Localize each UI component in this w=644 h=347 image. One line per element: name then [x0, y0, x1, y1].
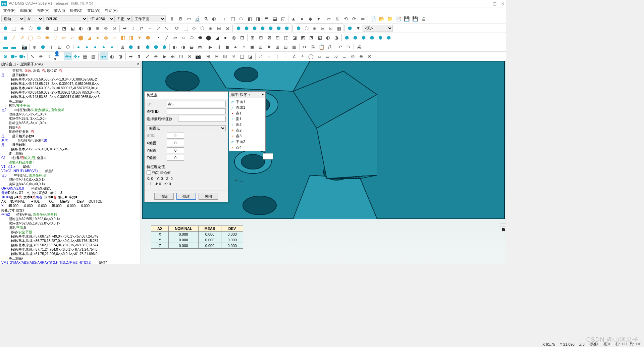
tool-icon[interactable]: ◑: [179, 43, 187, 51]
feature-item[interactable]: ○圆1: [230, 116, 265, 122]
mode-select[interactable]: 启动: [1, 15, 25, 22]
clear-button[interactable]: 清除: [154, 193, 174, 200]
rect-icon[interactable]: ▬: [10, 43, 18, 51]
cube-icon[interactable]: ⬢: [294, 24, 303, 32]
save-icon[interactable]: 💾: [402, 15, 411, 23]
tool-icon[interactable]: ⬡: [64, 43, 72, 51]
tool-icon[interactable]: ⬓: [271, 15, 279, 23]
tool-icon[interactable]: ⊡: [274, 34, 282, 42]
tool-icon[interactable]: ⊠: [221, 52, 229, 60]
tool-icon[interactable]: ⤢: [144, 52, 152, 60]
sphere-icon[interactable]: ●: [91, 43, 99, 51]
minimize-button[interactable]: —: [484, 1, 488, 6]
tool-icon[interactable]: ◫: [282, 34, 290, 42]
cube-icon[interactable]: ⬢: [376, 34, 384, 42]
print-icon[interactable]: 🖨: [355, 43, 363, 51]
file-new-icon[interactable]: 📄: [369, 15, 377, 23]
menu-edit[interactable]: 编辑(E): [18, 7, 35, 14]
tool-icon[interactable]: ⊟: [257, 34, 265, 42]
tool-icon[interactable]: ◐: [108, 52, 116, 60]
tool-icon[interactable]: ◫: [47, 43, 55, 51]
cube-icon[interactable]: ⬢: [152, 43, 160, 51]
line-icon[interactable]: ╱: [163, 34, 171, 42]
tool-icon[interactable]: ⬌: [127, 52, 135, 60]
round-slot-icon[interactable]: ⬯: [52, 34, 60, 42]
tool-icon[interactable]: ✂: [325, 15, 333, 23]
tool-icon[interactable]: ◫: [52, 24, 60, 32]
tool-icon[interactable]: ●: [298, 15, 306, 23]
sphere-icon[interactable]: ●: [94, 34, 102, 42]
a-select[interactable]: A1: [25, 15, 44, 22]
tool-icon[interactable]: ◑: [85, 24, 93, 32]
tool-icon[interactable]: ▦: [81, 52, 89, 60]
tool-icon[interactable]: ⚗: [202, 15, 210, 23]
tool-icon[interactable]: ⊠: [223, 24, 231, 32]
tool-icon[interactable]: ▭: [185, 15, 193, 23]
sphere-icon[interactable]: ●: [83, 43, 91, 51]
cylinder-icon[interactable]: ⬤: [77, 34, 85, 42]
sphere-icon[interactable]: ●: [74, 43, 83, 51]
tool-icon[interactable]: ⊞: [118, 43, 126, 51]
tool-icon[interactable]: ⊟: [319, 24, 327, 32]
play-icon[interactable]: ▶: [206, 43, 214, 51]
tool-icon[interactable]: ⬌: [121, 24, 129, 32]
slot-icon[interactable]: ⬭: [188, 34, 196, 42]
sphere-icon[interactable]: ●: [221, 34, 229, 42]
tool-icon[interactable]: ⊞: [249, 34, 257, 42]
tool-icon[interactable]: ⤢: [154, 24, 162, 32]
torus-icon[interactable]: ◎: [102, 34, 110, 42]
tool-icon[interactable]: ○: [240, 43, 248, 51]
tool-icon[interactable]: ⊠: [290, 43, 298, 51]
tool-icon[interactable]: ⬕: [68, 24, 76, 32]
tool-icon[interactable]: ⬍: [135, 52, 143, 60]
cylinder-icon[interactable]: ⬤: [205, 34, 213, 42]
cube-icon[interactable]: ⬢: [360, 34, 368, 42]
cube-icon[interactable]: ⬢: [160, 43, 168, 51]
tool-icon[interactable]: ⌯: [340, 52, 348, 60]
feature-item[interactable]: •点1: [230, 110, 265, 116]
tool-icon[interactable]: ⬒: [262, 15, 270, 23]
arrow-icon[interactable]: ↗: [18, 34, 26, 42]
tool-icon[interactable]: ⬚: [10, 24, 18, 32]
copy-icon[interactable]: ⎘: [309, 43, 317, 51]
pause-icon[interactable]: ⏸: [215, 43, 223, 51]
tool-icon[interactable]: ▦: [335, 24, 343, 32]
tool-icon[interactable]: ⤡: [29, 52, 37, 60]
tool-icon[interactable]: ◐: [77, 24, 85, 32]
tool-icon[interactable]: ⏥: [324, 52, 332, 60]
cube-icon[interactable]: ⬢: [283, 24, 291, 32]
menu-file[interactable]: 文件(F): [1, 7, 17, 14]
tool-icon[interactable]: ◒: [187, 43, 196, 51]
close-dialog-button[interactable]: 关闭: [199, 193, 218, 200]
tool-icon[interactable]: ∥: [273, 52, 281, 60]
tool-icon[interactable]: ⟂: [282, 52, 290, 60]
tool-icon[interactable]: ⊡: [327, 24, 335, 32]
cube-icon[interactable]: ⬢: [343, 34, 351, 42]
cube-icon[interactable]: ⬢: [351, 34, 359, 42]
last-feat-input[interactable]: [178, 116, 226, 122]
cut-icon[interactable]: ✂: [301, 43, 309, 51]
cube-icon[interactable]: ⬢: [234, 24, 243, 32]
tool-icon[interactable]: ⌓: [315, 52, 323, 60]
tool-icon[interactable]: ⊗: [366, 52, 374, 60]
tool-icon[interactable]: ↕: [129, 24, 137, 32]
tool-icon[interactable]: ▼: [315, 15, 323, 23]
tool-icon[interactable]: ⊠: [265, 34, 273, 42]
circle-icon[interactable]: ○: [179, 34, 187, 42]
tool-icon[interactable]: ⊕: [94, 24, 102, 32]
tool-icon[interactable]: ⊟: [213, 52, 221, 60]
tool-icon[interactable]: ⇄: [138, 24, 146, 32]
cube-icon[interactable]: ⬢: [1, 24, 9, 32]
axis-select[interactable]: Z 正: [115, 15, 132, 22]
tool-icon[interactable]: ◧: [135, 43, 143, 51]
tool-icon[interactable]: ⬢: [144, 34, 152, 42]
cube-icon[interactable]: ⬢▾: [18, 52, 26, 60]
tool-icon[interactable]: ◐: [324, 34, 332, 42]
program-code[interactable]: 查找孔=无效, 出错=否, 读位置=否 是 显示触测= 触测/基本,<50.88…: [0, 68, 141, 264]
tool-icon[interactable]: ⊡: [257, 43, 265, 51]
save-icon[interactable]: 💾: [411, 15, 419, 23]
tool-icon[interactable]: ⊕: [37, 52, 45, 60]
tool-icon[interactable]: ◨: [254, 15, 262, 23]
tool-icon[interactable]: ⊘: [349, 52, 357, 60]
tool-icon[interactable]: ⟋: [257, 52, 265, 60]
